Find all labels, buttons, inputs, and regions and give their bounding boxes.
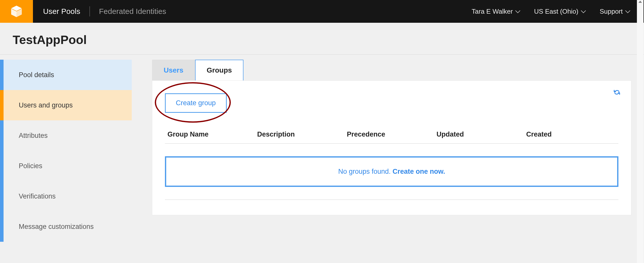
groups-panel: Create group Group Name Description Prec… xyxy=(152,80,631,215)
account-dropdown[interactable]: Tara E Walker xyxy=(472,8,519,15)
account-name: Tara E Walker xyxy=(472,8,513,15)
top-nav: User Pools Federated Identities Tara E W… xyxy=(0,0,644,23)
panel-divider xyxy=(165,200,618,200)
sidebar-item-label: Verifications xyxy=(19,192,56,200)
region-name: US East (Ohio) xyxy=(534,8,578,15)
sidebar-item-verifications[interactable]: Verifications xyxy=(0,181,132,211)
col-created: Created xyxy=(526,130,616,138)
sidebar-item-label: Attributes xyxy=(19,132,48,140)
col-group-name: Group Name xyxy=(167,130,257,138)
nav-federated-identities[interactable]: Federated Identities xyxy=(99,7,166,16)
empty-text: No groups found. xyxy=(338,168,393,175)
nav-user-pools[interactable]: User Pools xyxy=(43,7,80,16)
refresh-icon xyxy=(613,88,621,96)
chevron-down-icon xyxy=(515,8,520,13)
chevron-down-icon xyxy=(625,8,630,13)
col-description: Description xyxy=(257,130,347,138)
sidebar-item-label: Policies xyxy=(19,162,42,170)
tab-users[interactable]: Users xyxy=(152,60,195,81)
nav-separator xyxy=(89,6,90,16)
refresh-button[interactable] xyxy=(613,88,621,97)
support-label: Support xyxy=(600,8,623,15)
col-updated: Updated xyxy=(437,130,526,138)
create-group-button[interactable]: Create group xyxy=(165,93,227,113)
sidebar-item-policies[interactable]: Policies xyxy=(0,151,132,181)
sidebar-item-users-and-groups[interactable]: Users and groups xyxy=(0,90,132,120)
tab-groups[interactable]: Groups xyxy=(195,60,244,81)
empty-state: No groups found. Create one now. xyxy=(165,156,618,187)
pool-title: TestAppPool xyxy=(0,23,644,55)
sidebar-item-label: Users and groups xyxy=(19,101,73,109)
tabs: Users Groups xyxy=(152,60,631,81)
cube-icon xyxy=(9,4,24,18)
sidebar-item-label: Message customizations xyxy=(19,223,94,231)
aws-cube-logo[interactable] xyxy=(0,0,33,23)
sidebar-item-message-customizations[interactable]: Message customizations xyxy=(0,211,132,242)
sidebar: Pool details Users and groups Attributes… xyxy=(0,55,132,242)
sidebar-item-label: Pool details xyxy=(19,71,54,79)
vertical-scrollbar[interactable] xyxy=(637,0,643,263)
chevron-down-icon xyxy=(581,8,586,13)
main-content: Users Groups Create group Group Name Des… xyxy=(132,55,644,225)
groups-table-header: Group Name Description Precedence Update… xyxy=(165,125,618,144)
scroll-up-arrow-icon xyxy=(638,1,642,3)
create-one-now-link[interactable]: Create one now. xyxy=(393,168,445,175)
sidebar-item-pool-details[interactable]: Pool details xyxy=(0,60,132,90)
sidebar-item-attributes[interactable]: Attributes xyxy=(0,120,132,151)
support-dropdown[interactable]: Support xyxy=(600,8,629,15)
col-precedence: Precedence xyxy=(347,130,437,138)
region-dropdown[interactable]: US East (Ohio) xyxy=(534,8,584,15)
